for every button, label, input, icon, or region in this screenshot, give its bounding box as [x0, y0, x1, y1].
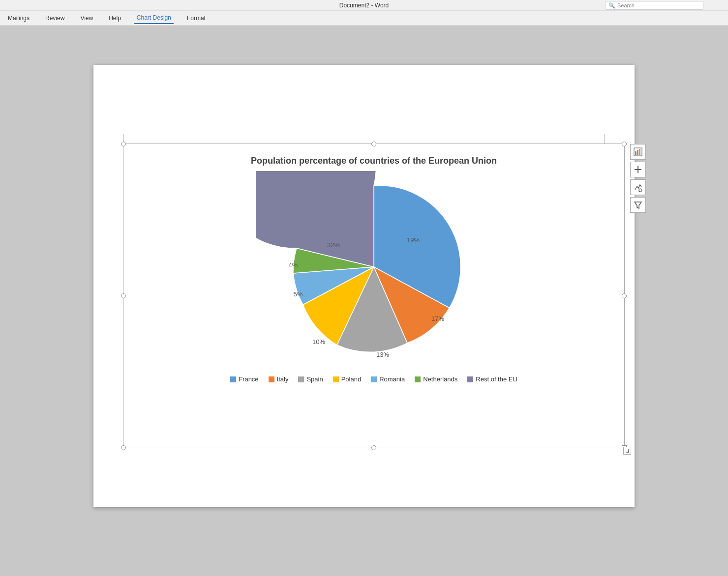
handle-top-middle[interactable] [371, 142, 376, 146]
pie-segment-rest-eu[interactable] [256, 171, 376, 267]
ribbon-chart-design[interactable]: Chart Design [134, 12, 174, 24]
chart-title: Population percentage of countries of th… [123, 144, 624, 171]
legend-label-netherlands: Netherlands [423, 375, 457, 383]
document-title: Document2 - Word [339, 2, 389, 9]
legend-label-spain: Spain [306, 375, 323, 383]
handle-top-left[interactable] [121, 142, 126, 146]
search-icon: 🔍 [608, 2, 615, 9]
chart-elements-button[interactable] [630, 144, 646, 160]
resize-icon[interactable] [623, 447, 631, 455]
svg-line-7 [638, 191, 639, 192]
legend-netherlands: Netherlands [415, 375, 457, 383]
legend-color-italy [269, 376, 274, 382]
chart-container[interactable]: Population percentage of countries of th… [123, 144, 625, 448]
legend-label-romania: Romania [379, 375, 405, 383]
legend-color-poland [333, 376, 339, 382]
label-netherlands: 4% [289, 261, 298, 269]
chart-filter-button[interactable] [630, 197, 646, 213]
add-chart-element-button[interactable] [630, 162, 646, 177]
pie-chart-svg: 19% 17% 13% 10% 5% [256, 171, 492, 368]
legend-color-rest-eu [467, 376, 473, 382]
svg-marker-8 [635, 202, 641, 208]
label-romania: 5% [294, 290, 303, 298]
ribbon: Mailings Review View Help Chart Design F… [0, 11, 728, 26]
svg-rect-1 [635, 151, 637, 155]
legend-label-poland: Poland [341, 375, 361, 383]
legend-color-romania [371, 376, 377, 382]
handle-bottom-middle[interactable] [371, 445, 376, 450]
legend-label-italy: Italy [277, 375, 289, 383]
label-italy: 17% [431, 315, 444, 322]
legend-color-spain [298, 376, 304, 382]
legend-color-netherlands [415, 376, 421, 382]
handle-bottom-left[interactable] [121, 445, 126, 450]
legend-color-france [230, 376, 236, 382]
search-area: 🔍 Search [605, 0, 703, 11]
svg-rect-2 [637, 150, 638, 155]
ribbon-help[interactable]: Help [106, 13, 124, 24]
legend-rest-eu: Rest of the EU [467, 375, 517, 383]
ribbon-format[interactable]: Format [184, 13, 209, 24]
legend-label-rest-eu: Rest of the EU [476, 375, 517, 383]
svg-rect-3 [639, 149, 640, 155]
label-france: 19% [407, 236, 420, 244]
ribbon-review[interactable]: Review [42, 13, 67, 24]
ribbon-mailings[interactable]: Mailings [5, 13, 32, 24]
chart-style-button[interactable] [630, 179, 646, 195]
label-poland: 10% [312, 338, 325, 346]
label-rest-eu: 32% [327, 241, 340, 249]
ribbon-view[interactable]: View [77, 13, 96, 24]
legend-romania: Romania [371, 375, 405, 383]
title-bar: Document2 - Word 🔍 Search [0, 0, 728, 11]
search-placeholder: Search [617, 2, 635, 8]
legend-poland: Poland [333, 375, 361, 383]
legend-france: France [230, 375, 258, 383]
handle-middle-right[interactable] [622, 293, 627, 298]
legend-italy: Italy [269, 375, 289, 383]
pie-chart-area: 19% 17% 13% 10% 5% [123, 171, 624, 368]
chart-legend: France Italy Spain Poland Romania [123, 368, 624, 388]
legend-spain: Spain [298, 375, 323, 383]
handle-top-right[interactable] [622, 142, 627, 146]
legend-label-france: France [239, 375, 258, 383]
chart-toolbar [630, 144, 646, 213]
label-spain: 13% [376, 351, 389, 358]
search-box[interactable]: 🔍 Search [605, 1, 703, 10]
document-page: Population percentage of countries of th… [93, 65, 635, 507]
content-area: Population percentage of countries of th… [0, 26, 728, 576]
handle-middle-left[interactable] [121, 293, 126, 298]
